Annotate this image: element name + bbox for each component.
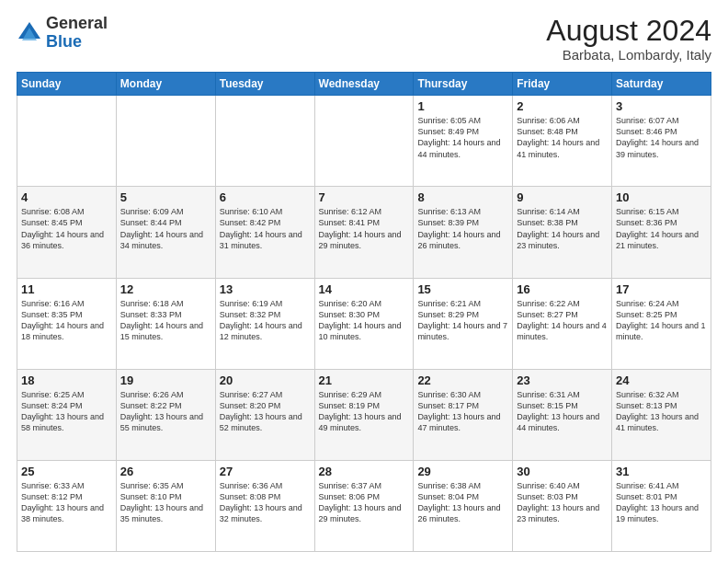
calendar-cell: 12Sunrise: 6:18 AM Sunset: 8:33 PM Dayli…	[116, 278, 215, 369]
day-number: 1	[417, 99, 508, 113]
day-number: 20	[220, 373, 311, 387]
calendar-cell: 2Sunrise: 6:06 AM Sunset: 8:48 PM Daylig…	[513, 96, 612, 187]
day-info: Sunrise: 6:14 AM Sunset: 8:38 PM Dayligh…	[517, 206, 608, 251]
day-number: 16	[517, 282, 608, 296]
day-info: Sunrise: 6:31 AM Sunset: 8:15 PM Dayligh…	[517, 389, 608, 434]
calendar-week-3: 18Sunrise: 6:25 AM Sunset: 8:24 PM Dayli…	[17, 369, 711, 460]
calendar-cell: 7Sunrise: 6:12 AM Sunset: 8:41 PM Daylig…	[314, 187, 414, 278]
calendar-cell: 28Sunrise: 6:37 AM Sunset: 8:06 PM Dayli…	[314, 460, 414, 551]
calendar-table: Sunday Monday Tuesday Wednesday Thursday…	[17, 72, 711, 552]
calendar-cell: 31Sunrise: 6:41 AM Sunset: 8:01 PM Dayli…	[612, 460, 711, 551]
day-info: Sunrise: 6:12 AM Sunset: 8:41 PM Dayligh…	[319, 206, 410, 251]
title-block: August 2024 Barbata, Lombardy, Italy	[546, 15, 711, 63]
calendar-cell: 16Sunrise: 6:22 AM Sunset: 8:27 PM Dayli…	[513, 278, 612, 369]
day-info: Sunrise: 6:25 AM Sunset: 8:24 PM Dayligh…	[21, 389, 112, 434]
logo-icon	[17, 20, 42, 46]
day-number: 25	[21, 465, 112, 478]
calendar-cell: 8Sunrise: 6:13 AM Sunset: 8:39 PM Daylig…	[414, 187, 513, 278]
day-info: Sunrise: 6:18 AM Sunset: 8:33 PM Dayligh…	[120, 298, 211, 343]
day-number: 15	[417, 282, 508, 296]
calendar-cell: 24Sunrise: 6:32 AM Sunset: 8:13 PM Dayli…	[612, 369, 711, 460]
calendar-cell: 23Sunrise: 6:31 AM Sunset: 8:15 PM Dayli…	[513, 369, 612, 460]
calendar-cell: 4Sunrise: 6:08 AM Sunset: 8:45 PM Daylig…	[17, 187, 117, 278]
calendar-cell: 1Sunrise: 6:05 AM Sunset: 8:49 PM Daylig…	[414, 96, 513, 187]
calendar-cell: 13Sunrise: 6:19 AM Sunset: 8:32 PM Dayli…	[215, 278, 314, 369]
month-title: August 2024	[546, 15, 711, 47]
calendar-cell: 9Sunrise: 6:14 AM Sunset: 8:38 PM Daylig…	[513, 187, 612, 278]
calendar-cell	[215, 96, 314, 187]
day-number: 31	[616, 465, 707, 478]
calendar-cell: 5Sunrise: 6:09 AM Sunset: 8:44 PM Daylig…	[116, 187, 215, 278]
day-number: 23	[517, 373, 608, 387]
day-number: 27	[220, 465, 311, 478]
calendar-cell	[116, 96, 215, 187]
day-info: Sunrise: 6:19 AM Sunset: 8:32 PM Dayligh…	[220, 298, 311, 343]
day-number: 18	[21, 373, 112, 387]
day-info: Sunrise: 6:10 AM Sunset: 8:42 PM Dayligh…	[220, 206, 311, 251]
day-number: 6	[220, 190, 311, 204]
day-info: Sunrise: 6:38 AM Sunset: 8:04 PM Dayligh…	[417, 480, 508, 525]
day-info: Sunrise: 6:05 AM Sunset: 8:49 PM Dayligh…	[417, 115, 508, 160]
day-info: Sunrise: 6:08 AM Sunset: 8:45 PM Dayligh…	[21, 206, 112, 251]
calendar-cell: 6Sunrise: 6:10 AM Sunset: 8:42 PM Daylig…	[215, 187, 314, 278]
logo-blue: Blue	[46, 32, 82, 51]
day-info: Sunrise: 6:30 AM Sunset: 8:17 PM Dayligh…	[417, 389, 508, 434]
day-info: Sunrise: 6:16 AM Sunset: 8:35 PM Dayligh…	[21, 298, 112, 343]
calendar-week-2: 11Sunrise: 6:16 AM Sunset: 8:35 PM Dayli…	[17, 278, 711, 369]
logo: General Blue	[17, 15, 108, 52]
day-info: Sunrise: 6:35 AM Sunset: 8:10 PM Dayligh…	[120, 480, 211, 525]
day-info: Sunrise: 6:36 AM Sunset: 8:08 PM Dayligh…	[220, 480, 311, 525]
calendar-cell: 18Sunrise: 6:25 AM Sunset: 8:24 PM Dayli…	[17, 369, 117, 460]
header-monday: Monday	[116, 73, 215, 96]
header-sunday: Sunday	[17, 73, 117, 96]
calendar-cell: 20Sunrise: 6:27 AM Sunset: 8:20 PM Dayli…	[215, 369, 314, 460]
calendar-cell	[314, 96, 414, 187]
day-info: Sunrise: 6:26 AM Sunset: 8:22 PM Dayligh…	[120, 389, 211, 434]
day-number: 11	[21, 282, 112, 296]
day-info: Sunrise: 6:41 AM Sunset: 8:01 PM Dayligh…	[616, 480, 707, 525]
calendar-cell: 14Sunrise: 6:20 AM Sunset: 8:30 PM Dayli…	[314, 278, 414, 369]
day-info: Sunrise: 6:22 AM Sunset: 8:27 PM Dayligh…	[517, 298, 608, 343]
day-info: Sunrise: 6:21 AM Sunset: 8:29 PM Dayligh…	[417, 298, 508, 343]
day-info: Sunrise: 6:06 AM Sunset: 8:48 PM Dayligh…	[517, 115, 608, 160]
day-number: 4	[21, 190, 112, 204]
header-thursday: Thursday	[414, 73, 513, 96]
page: General Blue August 2024 Barbata, Lombar…	[0, 0, 728, 563]
calendar-cell: 22Sunrise: 6:30 AM Sunset: 8:17 PM Dayli…	[414, 369, 513, 460]
day-number: 30	[517, 465, 608, 478]
weekday-header-row: Sunday Monday Tuesday Wednesday Thursday…	[17, 73, 711, 96]
day-number: 28	[319, 465, 410, 478]
calendar-week-0: 1Sunrise: 6:05 AM Sunset: 8:49 PM Daylig…	[17, 96, 711, 187]
calendar-cell: 25Sunrise: 6:33 AM Sunset: 8:12 PM Dayli…	[17, 460, 117, 551]
day-number: 22	[417, 373, 508, 387]
header-tuesday: Tuesday	[215, 73, 314, 96]
day-info: Sunrise: 6:24 AM Sunset: 8:25 PM Dayligh…	[616, 298, 707, 343]
day-number: 14	[319, 282, 410, 296]
day-info: Sunrise: 6:27 AM Sunset: 8:20 PM Dayligh…	[220, 389, 311, 434]
day-info: Sunrise: 6:15 AM Sunset: 8:36 PM Dayligh…	[616, 206, 707, 251]
calendar-cell: 30Sunrise: 6:40 AM Sunset: 8:03 PM Dayli…	[513, 460, 612, 551]
day-info: Sunrise: 6:40 AM Sunset: 8:03 PM Dayligh…	[517, 480, 608, 525]
day-info: Sunrise: 6:07 AM Sunset: 8:46 PM Dayligh…	[616, 115, 707, 160]
header-friday: Friday	[513, 73, 612, 96]
day-number: 12	[120, 282, 211, 296]
day-info: Sunrise: 6:37 AM Sunset: 8:06 PM Dayligh…	[319, 480, 410, 525]
calendar-week-1: 4Sunrise: 6:08 AM Sunset: 8:45 PM Daylig…	[17, 187, 711, 278]
day-number: 8	[417, 190, 508, 204]
day-number: 3	[616, 99, 707, 113]
location-title: Barbata, Lombardy, Italy	[546, 47, 711, 63]
day-info: Sunrise: 6:20 AM Sunset: 8:30 PM Dayligh…	[319, 298, 410, 343]
day-number: 7	[319, 190, 410, 204]
day-number: 29	[417, 465, 508, 478]
calendar-cell: 15Sunrise: 6:21 AM Sunset: 8:29 PM Dayli…	[414, 278, 513, 369]
header: General Blue August 2024 Barbata, Lombar…	[17, 15, 711, 63]
calendar-cell: 11Sunrise: 6:16 AM Sunset: 8:35 PM Dayli…	[17, 278, 117, 369]
calendar-cell	[17, 96, 117, 187]
day-number: 17	[616, 282, 707, 296]
calendar-cell: 26Sunrise: 6:35 AM Sunset: 8:10 PM Dayli…	[116, 460, 215, 551]
day-number: 13	[220, 282, 311, 296]
day-info: Sunrise: 6:13 AM Sunset: 8:39 PM Dayligh…	[417, 206, 508, 251]
header-wednesday: Wednesday	[314, 73, 414, 96]
day-number: 24	[616, 373, 707, 387]
day-info: Sunrise: 6:09 AM Sunset: 8:44 PM Dayligh…	[120, 206, 211, 251]
